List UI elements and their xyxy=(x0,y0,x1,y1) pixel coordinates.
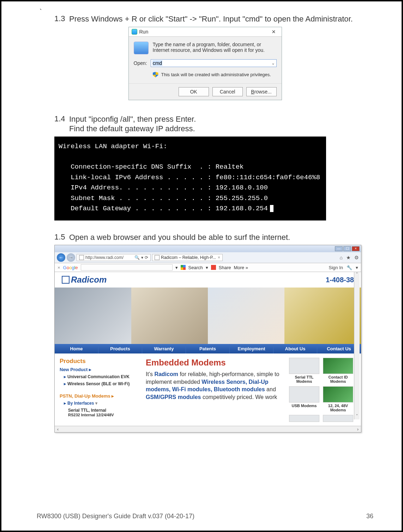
footer-page-number: 36 xyxy=(366,513,373,520)
product-contact-id[interactable]: Contact ID Modems xyxy=(323,358,353,383)
step-text: Press Windows + R or click "Start" -> "R… xyxy=(69,14,353,24)
minimize-button[interactable]: — xyxy=(335,246,343,251)
page-footer: RW8300 (USB) Designer's Guide Draft v.03… xyxy=(37,513,373,520)
scroll-left-icon[interactable]: ‹ xyxy=(55,427,61,432)
google-dropdown-icon[interactable]: ▾ xyxy=(175,265,178,270)
cancel-button[interactable]: Cancel xyxy=(212,87,243,96)
google-toolbar: × Google ▾ Search ▾ Share More » Sign In… xyxy=(55,263,361,272)
step-1-5: 1.5 Open a web browser and you should be… xyxy=(54,232,373,242)
sidebar-serial[interactable]: Serial TTL, Internal xyxy=(68,408,141,413)
nav-home[interactable]: Home xyxy=(55,344,98,353)
content-body: It's Radicom for reliable, high-performa… xyxy=(146,370,284,401)
chevron-down-icon[interactable]: ⌄ xyxy=(271,61,275,66)
logo-text: Radicom xyxy=(71,275,107,285)
product-extra-1[interactable] xyxy=(289,415,319,423)
search-label[interactable]: Search xyxy=(188,265,203,270)
home-icon[interactable]: ⌂ xyxy=(340,255,343,260)
more-label[interactable]: More » xyxy=(234,265,248,270)
maximize-button[interactable]: ☐ xyxy=(343,246,351,251)
tab-title: Radicom – Reliable, High-P... xyxy=(161,255,216,260)
run-description: Type the name of a program, folder, docu… xyxy=(153,42,277,53)
close-button[interactable]: × xyxy=(352,246,360,251)
product-serial-ttl[interactable]: Serial TTL Modems xyxy=(289,358,319,383)
page-icon xyxy=(79,255,84,260)
product-grid: Serial TTL Modems Contact ID Modems USB … xyxy=(289,358,356,426)
forward-button[interactable]: → xyxy=(67,253,75,262)
nav-warranty[interactable]: Warranty xyxy=(142,344,186,353)
nav-employment[interactable]: Employment xyxy=(230,344,273,353)
phone-number: 1-408-38 xyxy=(326,276,354,284)
step-number: 1.3 xyxy=(54,14,69,24)
scroll-up-icon[interactable]: ˄ xyxy=(354,272,360,278)
wrench-icon[interactable]: 🔧 xyxy=(347,265,352,270)
share-label[interactable]: Share xyxy=(219,265,231,270)
refresh-button[interactable]: ⟳ xyxy=(145,255,148,260)
content-title: Embedded Modems xyxy=(146,358,284,368)
hero-banner xyxy=(55,288,361,344)
horizontal-scrollbar[interactable]: ‹ › xyxy=(55,426,361,432)
run-large-icon xyxy=(134,42,149,54)
address-bar[interactable]: http://www.radi.com/ 🔍 ▾ ⟳ xyxy=(77,254,151,261)
open-value: cmd xyxy=(152,60,162,66)
stray-backtick: ` xyxy=(40,8,42,16)
sidebar-pstn[interactable]: PSTN, Dial-Up Modems ▸ xyxy=(60,393,141,399)
logo-mark-icon xyxy=(62,276,70,284)
close-button[interactable]: × xyxy=(269,29,279,35)
vertical-scrollbar[interactable]: ˄ ˅ xyxy=(354,272,360,419)
google-search-input[interactable] xyxy=(81,264,173,271)
star-icon[interactable]: ★ xyxy=(346,255,351,260)
site-logo[interactable]: Radicom xyxy=(62,275,107,285)
search-icon[interactable]: 🔍 xyxy=(134,255,140,260)
run-icon xyxy=(132,29,137,35)
shield-icon xyxy=(153,72,158,78)
toolbar-close-icon[interactable]: × xyxy=(58,265,60,270)
sidebar-new-product[interactable]: New Product ▸ xyxy=(60,367,141,372)
product-extra-2[interactable] xyxy=(323,415,353,423)
cmd-window: Wireless LAN adapter Wi-Fi: Connection-s… xyxy=(54,137,326,220)
run-dialog: Run × Type the name of a program, folder… xyxy=(128,27,282,100)
nav-about[interactable]: About Us xyxy=(273,344,317,353)
sidebar-rs232[interactable]: RS232 Internal 12/24/48V xyxy=(68,413,141,417)
step-text: Open a web browser and you should be abl… xyxy=(69,232,290,242)
google-logo: Google xyxy=(63,265,78,270)
step-1-3: 1.3 Press Windows + R or click "Start" -… xyxy=(54,14,373,24)
sidebar-item-evk[interactable]: ▸Universal Communication EVK xyxy=(64,374,141,379)
gear-icon[interactable]: ⚙ xyxy=(354,255,359,260)
step-number: 1.5 xyxy=(54,232,69,242)
url-text: http://www.radi.com/ xyxy=(85,255,124,260)
step-1-4: 1.4 Input "ipconfig /all", then press En… xyxy=(54,114,373,134)
product-48v[interactable]: 12, 24, 48V Modems xyxy=(323,386,353,412)
sidebar: Products New Product ▸ ▸Universal Commun… xyxy=(60,358,141,426)
step-text: Input "ipconfig /all", then press Enter.… xyxy=(69,114,196,134)
step-number: 1.4 xyxy=(54,114,69,134)
site-navbar: Home Products Warranty Patents Employmen… xyxy=(55,344,361,353)
footer-left: RW8300 (USB) Designer's Guide Draft v.03… xyxy=(37,513,194,520)
sidebar-heading-products: Products xyxy=(60,358,141,365)
nav-products[interactable]: Products xyxy=(98,344,142,353)
tab-close-icon[interactable]: × xyxy=(218,255,220,260)
run-title: Run xyxy=(139,29,149,35)
open-label: Open: xyxy=(134,60,147,66)
scroll-right-icon[interactable]: › xyxy=(355,427,361,432)
favicon-icon xyxy=(155,255,160,260)
sidebar-item-sensor[interactable]: ▸Wireless Sensor (BLE or Wi-Fi) xyxy=(64,381,141,386)
share-icon[interactable] xyxy=(211,265,216,270)
search-icon[interactable] xyxy=(181,265,186,270)
admin-privileges-text: This task will be created with administr… xyxy=(161,72,271,77)
browser-tab[interactable]: Radicom – Reliable, High-P... × xyxy=(152,254,223,261)
sidebar-by-interfaces[interactable]: ▸By Interfaces ▾ xyxy=(64,401,141,406)
product-usb[interactable]: USB Modems xyxy=(289,386,319,412)
dropdown-icon[interactable]: ▾ xyxy=(141,255,143,260)
browser-window: — ☐ × ← → http://www.radi.com/ 🔍 ▾ ⟳ Rad… xyxy=(54,245,361,433)
scroll-down-icon[interactable]: ˅ xyxy=(354,414,360,419)
back-button[interactable]: ← xyxy=(57,253,65,262)
signin-link[interactable]: Sign In xyxy=(329,265,343,270)
open-input[interactable]: cmd ⌄ xyxy=(151,59,277,67)
ok-button[interactable]: OK xyxy=(179,87,209,96)
main-content: Embedded Modems It's Radicom for reliabl… xyxy=(146,358,284,426)
browse-button[interactable]: Browse... xyxy=(246,87,277,96)
cmd-cursor xyxy=(270,205,273,212)
nav-patents[interactable]: Patents xyxy=(186,344,230,353)
